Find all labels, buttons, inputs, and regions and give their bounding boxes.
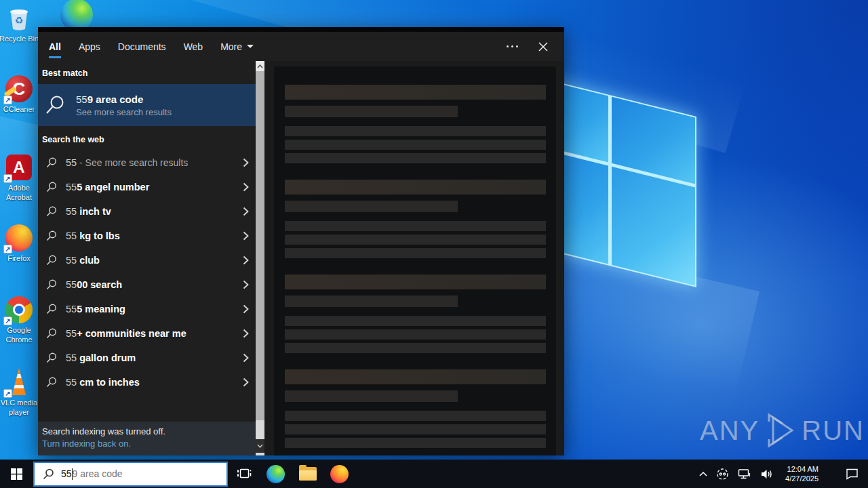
watermark-any: ANY [700, 415, 760, 446]
web-search-result-row[interactable]: 5500 search [38, 272, 256, 297]
acrobat-icon: A ↗ [5, 153, 33, 182]
svg-text:♻: ♻ [15, 15, 24, 26]
chevron-right-icon [243, 353, 249, 363]
chevron-right-icon [243, 182, 249, 192]
panel-top-strip [38, 27, 564, 32]
more-options-button[interactable] [507, 45, 518, 47]
firefox-icon: ↗ [5, 224, 33, 252]
tab-apps[interactable]: Apps [79, 32, 100, 61]
start-button[interactable] [0, 460, 33, 488]
desktop-icon-label: Firefox [0, 254, 41, 264]
search-icon [43, 95, 66, 115]
chevron-right-icon [243, 158, 249, 167]
clock-time: 12:04 AM [785, 464, 818, 474]
tray-anyrun-agent-icon[interactable] [715, 460, 730, 488]
taskbar-edge-icon[interactable] [260, 460, 292, 488]
vlc-icon: ↗ [5, 368, 33, 396]
scrollbar[interactable] [256, 61, 264, 455]
close-button[interactable] [538, 42, 548, 52]
scroll-up-button[interactable] [256, 61, 264, 71]
search-icon [43, 157, 60, 168]
shortcut-arrow-icon: ↗ [3, 245, 12, 253]
search-icon [43, 328, 60, 339]
search-icon [43, 352, 60, 363]
tab-more[interactable]: More [220, 32, 254, 61]
chevron-right-icon [243, 378, 249, 387]
anyrun-logo-icon [762, 412, 799, 449]
tray-clock[interactable]: 12:04 AM 4/27/2025 [785, 464, 818, 484]
tab-web[interactable]: Web [184, 32, 203, 61]
web-search-result-row[interactable]: 55+ communities near me [38, 321, 256, 346]
best-match-result[interactable]: 559 area code See more search results [38, 84, 256, 126]
search-the-web-header: Search the web [38, 126, 256, 150]
web-search-result-row[interactable]: 555 meaning [38, 297, 256, 321]
desktop-icon-label: Google Chrome [0, 326, 41, 345]
search-suggestion-text: 9 area code [73, 468, 123, 479]
search-icon [43, 468, 54, 480]
search-icon [43, 206, 60, 217]
shortcut-arrow-icon: ↗ [3, 96, 12, 104]
search-filter-tabs: All Apps Documents Web More [38, 32, 564, 61]
chevron-right-icon [243, 256, 249, 265]
preview-loading-skeleton [274, 66, 556, 455]
web-search-result-row[interactable]: 55 - See more search results [38, 150, 256, 175]
indexing-notice: Search indexing was turned off. Turn ind… [38, 422, 256, 455]
taskbar-firefox-icon[interactable] [323, 460, 355, 488]
action-center-button[interactable] [844, 460, 860, 488]
tab-documents[interactable]: Documents [118, 32, 166, 61]
chevron-right-icon [243, 207, 249, 216]
tab-all[interactable]: All [49, 32, 61, 61]
chevron-down-icon [247, 45, 254, 48]
tray-volume-icon[interactable] [759, 460, 775, 488]
taskbar: 55 9 area code [0, 460, 868, 488]
taskbar-search-input[interactable]: 55 9 area code [33, 462, 228, 487]
web-search-result-row[interactable]: 55 club [38, 248, 256, 272]
recycle-bin-icon: ♻ [5, 4, 33, 33]
scrollbar-thumb[interactable] [256, 71, 264, 420]
desktop-icon-label: Recycle Bin [0, 35, 41, 44]
tray-network-icon[interactable] [736, 460, 753, 488]
chevron-right-icon [243, 280, 249, 289]
scroll-down-button[interactable] [256, 439, 264, 453]
shortcut-arrow-icon: ↗ [3, 317, 12, 325]
web-search-result-row[interactable]: 55 inch tv [38, 199, 256, 224]
chrome-icon: ↗ [5, 296, 33, 324]
search-icon [43, 279, 60, 290]
search-icon [43, 377, 60, 388]
search-results-list: Best match 559 area code See more search… [38, 61, 256, 455]
anyrun-watermark: ANY RUN [700, 412, 865, 449]
search-icon [43, 182, 60, 192]
web-search-result-row[interactable]: 55 gallon drum [38, 346, 256, 370]
result-preview-pane [264, 61, 564, 455]
web-search-result-row[interactable]: 55 cm to inches [38, 370, 256, 394]
watermark-run: RUN [802, 415, 865, 446]
shortcut-arrow-icon: ↗ [3, 389, 12, 398]
best-match-subtitle: See more search results [76, 107, 172, 117]
search-typed-text: 55 [61, 468, 72, 479]
desktop-icon-label: CCleaner [0, 105, 41, 115]
chevron-right-icon [243, 329, 249, 338]
tray-show-hidden-icons[interactable] [698, 460, 709, 488]
task-view-button[interactable] [228, 460, 260, 488]
chevron-right-icon [243, 231, 249, 241]
chevron-right-icon [243, 304, 249, 314]
best-match-header: Best match [38, 61, 256, 84]
desktop-icon-label: VLC media player [0, 399, 41, 418]
turn-indexing-on-link[interactable]: Turn indexing back on. [42, 439, 256, 449]
clock-date: 4/27/2025 [785, 474, 818, 483]
search-icon [43, 255, 60, 266]
web-search-result-row[interactable]: 55 kg to lbs [38, 224, 256, 248]
web-search-result-row[interactable]: 555 angel number [38, 175, 256, 199]
shortcut-arrow-icon: ↗ [3, 174, 12, 183]
taskbar-file-explorer-icon[interactable] [292, 460, 323, 488]
ccleaner-icon: C ↗ [5, 75, 33, 103]
search-icon [43, 230, 60, 241]
desktop-icon-label: Adobe Acrobat [0, 184, 41, 203]
best-match-title: 559 area code [76, 94, 172, 105]
search-icon [43, 304, 60, 314]
indexing-notice-text: Search indexing was turned off. [42, 426, 256, 436]
search-flyout-window: All Apps Documents Web More Best match 5… [38, 27, 564, 455]
